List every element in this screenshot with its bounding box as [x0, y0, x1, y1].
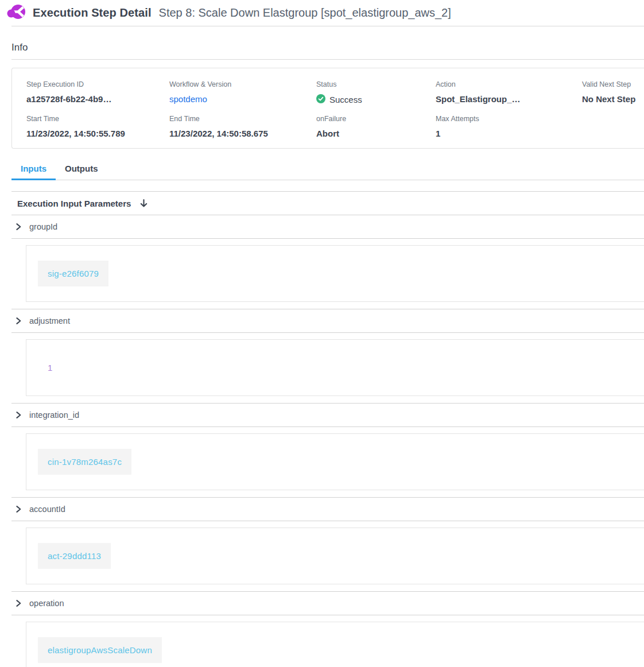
param-row-header[interactable]: groupId	[11, 215, 644, 239]
info-section-title: Info	[11, 42, 644, 53]
field-label: Status	[316, 80, 430, 88]
spot-logo-icon	[7, 3, 25, 22]
param-value-panel: cin-1v78m264as7c	[26, 433, 644, 490]
param-value-chip: cin-1v78m264as7c	[38, 449, 131, 475]
field-value: Abort	[316, 129, 430, 138]
status-text: Success	[329, 95, 362, 104]
field-value: 1	[436, 129, 576, 138]
chevron-right-icon	[14, 223, 22, 231]
field-step-execution-id: Step Execution ID a125728f-6b22-4b9…	[26, 80, 169, 105]
param-row-operation: operation elastigroupAwsScaleDown	[11, 591, 644, 667]
chevron-right-icon	[14, 505, 22, 513]
param-value-panel: elastigroupAwsScaleDown	[26, 622, 644, 667]
field-label: Max Attempts	[436, 115, 576, 123]
field-onfailure: onFailure Abort	[316, 115, 436, 138]
detail-tabs: Inputs Outputs	[11, 158, 644, 180]
param-row-integration-id: integration_id cin-1v78m264as7c	[11, 403, 644, 490]
param-row-header[interactable]: integration_id	[11, 404, 644, 427]
field-label: Start Time	[26, 115, 164, 123]
field-value: No Next Step	[582, 94, 638, 104]
param-row-groupid: groupId sig-e26f6079	[11, 215, 644, 302]
field-empty	[582, 115, 644, 138]
field-label: Valid Next Step	[582, 80, 638, 88]
param-value-number: 1	[38, 355, 63, 381]
field-value: a125728f-6b22-4b9…	[26, 94, 164, 104]
tab-outputs[interactable]: Outputs	[56, 158, 107, 180]
param-name: integration_id	[29, 410, 79, 420]
field-label: Workflow & Version	[169, 80, 311, 88]
workflow-link[interactable]: spotdemo	[169, 94, 311, 104]
field-action: Action Spot_Elastigroup_…	[436, 80, 582, 105]
param-name: operation	[29, 599, 64, 608]
tab-inputs[interactable]: Inputs	[11, 158, 56, 180]
success-check-icon	[316, 94, 325, 105]
chevron-right-icon	[14, 317, 22, 325]
param-name: accountId	[29, 505, 65, 514]
param-row-accountid: accountId act-29ddd113	[11, 497, 644, 584]
param-value-chip: act-29ddd113	[38, 543, 111, 569]
app-header: Execution Step Detail Step 8: Scale Down…	[0, 0, 644, 26]
field-label: Action	[436, 80, 576, 88]
page-title: Execution Step Detail	[33, 6, 152, 20]
field-start-time: Start Time 11/23/2022, 14:50:55.789	[26, 115, 169, 138]
field-workflow-version: Workflow & Version spotdemo	[169, 80, 316, 105]
field-max-attempts: Max Attempts 1	[436, 115, 582, 138]
page-subtitle: Step 8: Scale Down Elastgroup [spot_elas…	[159, 6, 451, 20]
field-status: Status Success	[316, 80, 436, 105]
inputs-panel: Execution Input Parameters groupId sig-e…	[0, 191, 644, 667]
param-value-panel: sig-e26f6079	[26, 245, 644, 302]
param-name: adjustment	[29, 316, 70, 325]
param-value-panel: 1	[26, 339, 644, 396]
chevron-right-icon	[14, 411, 22, 419]
param-value-chip: sig-e26f6079	[38, 261, 108, 286]
field-value: 11/23/2022, 14:50:58.675	[169, 129, 311, 138]
download-arrow-icon[interactable]	[139, 199, 149, 208]
info-divider	[11, 59, 644, 60]
field-valid-next-step: Valid Next Step No Next Step	[582, 80, 644, 105]
param-rows: groupId sig-e26f6079 adjustment 1	[11, 215, 644, 667]
field-label: End Time	[169, 115, 311, 123]
chevron-right-icon	[14, 599, 22, 607]
field-label: Step Execution ID	[26, 80, 164, 88]
field-end-time: End Time 11/23/2022, 14:50:58.675	[169, 115, 316, 138]
param-row-header[interactable]: adjustment	[11, 309, 644, 333]
field-label: onFailure	[316, 115, 430, 123]
param-name: groupId	[29, 222, 57, 231]
param-value-chip: elastigroupAwsScaleDown	[38, 637, 162, 663]
field-value: Spot_Elastigroup_…	[436, 94, 576, 104]
info-card: Step Execution ID a125728f-6b22-4b9… Wor…	[11, 68, 644, 149]
execution-input-parameters-header: Execution Input Parameters	[11, 191, 644, 215]
field-value: 11/23/2022, 14:50:55.789	[26, 129, 164, 138]
param-row-adjustment: adjustment 1	[11, 309, 644, 396]
header-divider	[11, 26, 644, 26]
param-row-header[interactable]: operation	[11, 592, 644, 615]
execution-input-parameters-title: Execution Input Parameters	[17, 199, 131, 208]
param-value-panel: act-29ddd113	[26, 528, 644, 584]
param-row-header[interactable]: accountId	[11, 498, 644, 521]
status-badge: Success	[316, 94, 430, 105]
